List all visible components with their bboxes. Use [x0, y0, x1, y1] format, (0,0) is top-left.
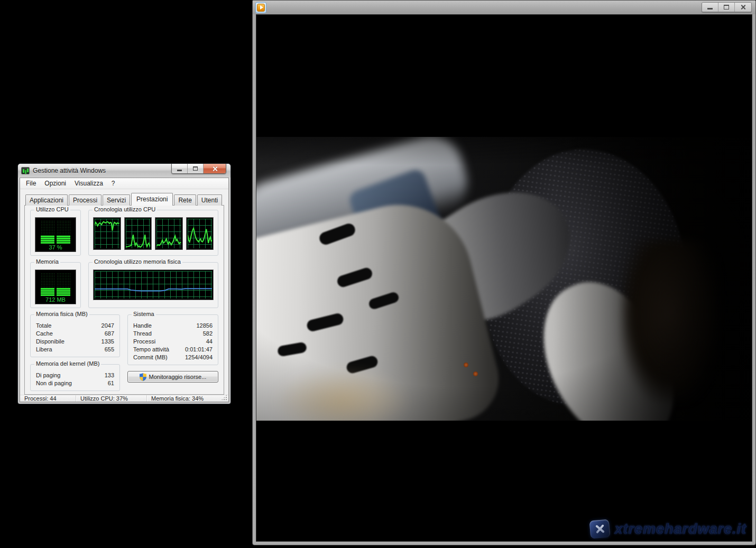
stat-row: Commit (MB)1254/4094	[132, 354, 214, 361]
watermark-text: xtremehardware.it	[614, 521, 746, 537]
video-player-window: xtremehardware.it	[252, 0, 756, 545]
player-window-controls	[702, 2, 752, 12]
physical-memory-title: Memoria fisica (MB)	[34, 311, 89, 317]
player-titlebar[interactable]	[253, 1, 755, 14]
maximize-button[interactable]	[188, 164, 204, 173]
menu-help[interactable]: ?	[107, 178, 119, 189]
cpu-core1-graph	[93, 217, 121, 250]
memory-usage-gauge: 712 MB	[35, 270, 76, 304]
memory-row: Memoria 712 MB Cronologia utilizzo memor…	[30, 262, 218, 308]
stat-row: Cache687	[35, 330, 115, 338]
performance-panel: Utilizzo CPU 37 % Cronologia utilizzo CP…	[24, 205, 224, 395]
stat-row: Thread582	[132, 330, 214, 338]
status-cpu-usage: Utilizzo CPU: 37%	[76, 395, 147, 402]
cpu-usage-value: 37 %	[41, 244, 70, 250]
system-group: Sistema Handle12856Thread582Processi44Te…	[127, 314, 218, 365]
kernel-memory-stats: Di paging133Non di paging61	[35, 371, 115, 387]
stat-row: Libera655	[35, 346, 115, 354]
menu-bar: File Opzioni Visualizza ?	[20, 178, 228, 189]
cpu-gauge-group: Utilizzo CPU 37 %	[30, 210, 81, 256]
memory-history-group: Cronologia utilizzo memoria fisica	[88, 262, 218, 308]
minimize-icon	[177, 170, 182, 171]
cpu-usage-gauge: 37 %	[35, 217, 76, 252]
menu-options[interactable]: Opzioni	[40, 178, 70, 189]
tab-zone: Applicazioni Processi Servizi Prestazion…	[20, 189, 228, 395]
uac-shield-icon	[140, 373, 146, 381]
status-bar: Processi: 44 Utilizzo CPU: 37% Memoria f…	[20, 395, 228, 402]
tab-strip: Applicazioni Processi Servizi Prestazion…	[24, 192, 224, 205]
memory-gauge-group: Memoria 712 MB	[30, 262, 81, 308]
status-processes: Processi: 44	[20, 395, 76, 402]
menu-view[interactable]: Visualizza	[70, 178, 107, 189]
memory-history-title: Cronologia utilizzo memoria fisica	[93, 258, 182, 265]
player-app-icon-box[interactable]	[255, 2, 266, 13]
cpu-core3-graph	[155, 217, 183, 250]
tab-rete[interactable]: Rete	[174, 194, 196, 206]
kernel-memory-group: Memoria del kernel (MB) Di paging133Non …	[30, 364, 120, 391]
resource-monitor-button[interactable]: Monitoraggio risorse...	[127, 371, 218, 383]
menu-file[interactable]: File	[22, 178, 40, 189]
player-minimize-button[interactable]	[702, 3, 718, 12]
system-stats: Handle12856Thread582Processi44Tempo atti…	[132, 322, 214, 361]
cpu-core4-graph	[186, 217, 214, 250]
tab-prestazioni[interactable]: Prestazioni	[131, 193, 173, 206]
video-vignette	[256, 137, 752, 421]
minimize-button[interactable]	[172, 164, 188, 173]
player-close-button[interactable]	[735, 3, 751, 12]
task-manager-client: File Opzioni Visualizza ? Applicazioni P…	[20, 178, 229, 402]
minimize-icon	[707, 8, 713, 10]
window-controls	[171, 164, 226, 174]
kernel-memory-title: Memoria del kernel (MB)	[34, 360, 101, 367]
cpu-gauge-title: Utilizzo CPU	[34, 206, 70, 212]
stat-row: Handle12856	[132, 322, 214, 330]
tab-utenti[interactable]: Utenti	[197, 194, 222, 206]
play-icon	[257, 4, 265, 12]
maximize-icon	[193, 166, 198, 171]
cpu-core2-graph	[124, 217, 152, 250]
status-physical-memory: Memoria fisica: 34%	[147, 395, 228, 402]
close-icon	[740, 4, 746, 10]
physical-memory-group: Memoria fisica (MB) Totale2047Cache687Di…	[30, 314, 120, 357]
physical-memory-stats: Totale2047Cache687Disponibile1335Libera6…	[35, 322, 115, 354]
cpu-history-title: Cronologia utilizzo CPU	[93, 206, 157, 212]
memory-usage-value: 712 MB	[41, 296, 70, 303]
memory-gauge-title: Memoria	[34, 258, 60, 265]
watermark-x-logo	[589, 519, 611, 538]
tab-processi[interactable]: Processi	[69, 194, 102, 206]
video-frame[interactable]	[256, 137, 752, 421]
stat-row: Non di paging61	[35, 379, 115, 387]
stat-row: Di paging133	[35, 371, 115, 379]
tab-servizi[interactable]: Servizi	[103, 194, 130, 206]
task-manager-titlebar[interactable]: Gestione attività Windows	[18, 164, 231, 178]
cpu-history-group: Cronologia utilizzo CPU	[88, 210, 218, 256]
resource-monitor-label: Monitoraggio risorse...	[149, 374, 207, 380]
stat-row: Totale2047	[35, 322, 115, 330]
player-client-area[interactable]: xtremehardware.it	[256, 14, 752, 542]
stat-row: Disponibile1335	[35, 338, 115, 346]
tab-applicazioni[interactable]: Applicazioni	[25, 194, 68, 206]
stats-grid: Memoria fisica (MB) Totale2047Cache687Di…	[30, 314, 218, 391]
stat-row: Processi44	[132, 338, 214, 346]
stat-row: Tempo attività0:01:01:47	[132, 346, 214, 354]
system-title: Sistema	[132, 311, 156, 317]
maximize-icon	[724, 5, 729, 10]
watermark: xtremehardware.it	[590, 520, 746, 538]
cpu-row: Utilizzo CPU 37 % Cronologia utilizzo CP…	[30, 210, 218, 256]
task-manager-window: Gestione attività Windows File Opzioni V…	[17, 163, 231, 404]
window-title: Gestione attività Windows	[33, 167, 106, 174]
memory-history-graph	[93, 270, 214, 300]
close-icon	[212, 166, 218, 172]
player-maximize-button[interactable]	[718, 3, 735, 12]
task-manager-app-icon	[21, 167, 30, 174]
close-button[interactable]	[204, 164, 226, 173]
